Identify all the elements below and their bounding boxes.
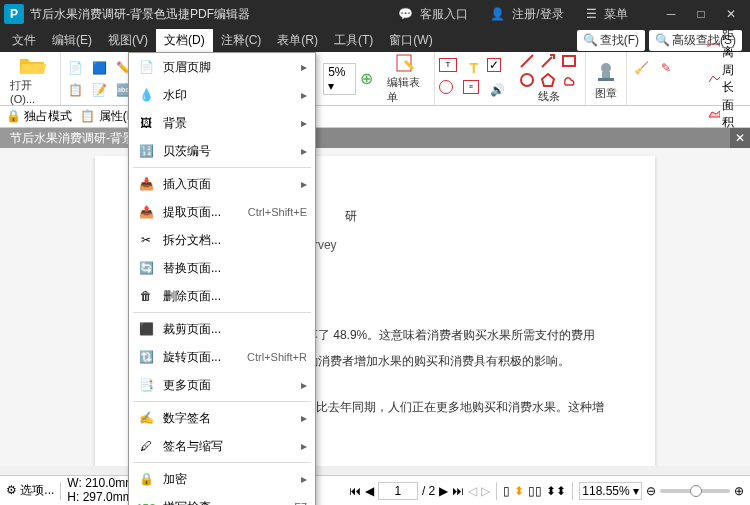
menu-item-bg[interactable]: 🖼背景▸: [129, 109, 315, 137]
area-tool[interactable]: 面积: [707, 97, 744, 131]
stamp-icon[interactable]: [592, 57, 620, 85]
menu-item-rotate[interactable]: 🔃旋转页面...Ctrl+Shift+R: [129, 343, 315, 371]
menu-item-header[interactable]: 📄页眉页脚▸: [129, 53, 315, 81]
menu-form[interactable]: 表单(R): [269, 29, 326, 52]
more-icon: 📑: [137, 376, 155, 394]
menu-label: 替换页面...: [163, 260, 307, 277]
replace-icon: 🔄: [137, 259, 155, 277]
submenu-arrow-icon: ▸: [301, 116, 307, 130]
menu-item-more[interactable]: 📑更多页面▸: [129, 371, 315, 399]
last-page-button[interactable]: ⏭: [452, 484, 464, 498]
arrow-icon[interactable]: [540, 53, 556, 69]
first-page-button[interactable]: ⏮: [349, 484, 361, 498]
submenu-arrow-icon: ▸: [301, 411, 307, 425]
folder-open-icon: [18, 54, 46, 76]
perimeter-tool[interactable]: 周长: [707, 62, 744, 96]
menu-item-extract[interactable]: 📤提取页面...Ctrl+Shift+E: [129, 198, 315, 226]
page-input[interactable]: [378, 482, 418, 500]
open-tool[interactable]: 打开(O)...: [4, 52, 61, 105]
window-title: 节后水果消费调研-背景色迅捷PDF编辑器: [30, 6, 394, 23]
list-icon[interactable]: ≡: [463, 80, 479, 94]
menu-annot[interactable]: 注释(C): [213, 29, 270, 52]
eraser-icon[interactable]: 🧹: [631, 58, 653, 78]
text-field-icon[interactable]: T: [439, 58, 457, 72]
menu-label: 页眉页脚: [163, 59, 293, 76]
minimize-button[interactable]: ─: [656, 4, 686, 24]
menu-tool[interactable]: 工具(T): [326, 29, 381, 52]
sign-icon: ✍: [137, 409, 155, 427]
menu-link[interactable]: ☰ 菜单: [582, 4, 636, 25]
zoom-dropdown[interactable]: 5% ▾: [323, 63, 356, 95]
pencil-icon[interactable]: ✎: [655, 58, 677, 78]
bg-icon: 🖼: [137, 114, 155, 132]
zoom-slider[interactable]: [660, 489, 730, 493]
two-page-icon[interactable]: ▯▯: [528, 484, 542, 498]
menu-item-insert[interactable]: 📥插入页面▸: [129, 170, 315, 198]
two-cont-icon[interactable]: ⬍⬍: [546, 484, 566, 498]
crop-icon: ⬛: [137, 320, 155, 338]
zoom-in-button[interactable]: ⊕: [734, 484, 744, 498]
zoom-select[interactable]: 118.55% ▾: [579, 482, 642, 500]
menu-edit[interactable]: 编辑(E): [44, 29, 100, 52]
menu-item-encrypt[interactable]: 🔒加密▸: [129, 465, 315, 493]
form-tools: T T ✓ ≡ 🔊: [435, 58, 513, 100]
service-link[interactable]: 💬 客服入口: [394, 4, 476, 25]
exclusive-mode[interactable]: 🔒 独占模式: [6, 108, 72, 125]
rotate-icon: 🔃: [137, 348, 155, 366]
water-icon: 💧: [137, 86, 155, 104]
radio-icon[interactable]: [439, 80, 453, 94]
menu-view[interactable]: 视图(V): [100, 29, 156, 52]
single-page-icon[interactable]: ▯: [503, 484, 510, 498]
next-page-button[interactable]: ▶: [439, 484, 448, 498]
submenu-arrow-icon: ▸: [301, 378, 307, 392]
menu-item-bates[interactable]: 🔢贝茨编号▸: [129, 137, 315, 165]
page-height: H: 297.0mm: [67, 491, 135, 504]
menu-item-split[interactable]: ✂拆分文档...: [129, 226, 315, 254]
circle-icon[interactable]: [519, 72, 535, 88]
checkbox-icon[interactable]: ✓: [487, 58, 501, 72]
line-icon[interactable]: [519, 53, 535, 69]
prev-page-button[interactable]: ◀: [365, 484, 374, 498]
menu-item-crop[interactable]: ⬛裁剪页面...: [129, 315, 315, 343]
submenu-arrow-icon: ▸: [301, 88, 307, 102]
encrypt-icon: 🔒: [137, 470, 155, 488]
submenu-arrow-icon: ▸: [301, 144, 307, 158]
delete-icon: 🗑: [137, 287, 155, 305]
text-tool-icon[interactable]: T: [463, 58, 485, 78]
distance-tool[interactable]: 距离: [707, 27, 744, 61]
menu-label: 水印: [163, 87, 293, 104]
menu-item-water[interactable]: 💧水印▸: [129, 81, 315, 109]
menu-label: 加密: [163, 471, 293, 488]
tool-icon[interactable]: 🟦: [89, 58, 111, 78]
rect-icon[interactable]: [561, 53, 577, 69]
tab-close-button[interactable]: ✕: [730, 128, 750, 148]
sound-icon[interactable]: 🔊: [487, 80, 509, 100]
menu-window[interactable]: 窗口(W): [381, 29, 440, 52]
edit-form-icon[interactable]: [393, 52, 421, 74]
menu-doc[interactable]: 文档(D): [156, 29, 213, 52]
signred-icon: 🖊: [137, 437, 155, 455]
cloud-icon[interactable]: [561, 72, 577, 88]
menu-item-sign[interactable]: ✍数字签名▸: [129, 404, 315, 432]
close-button[interactable]: ✕: [716, 4, 746, 24]
tool-icon[interactable]: 📋: [65, 80, 87, 100]
nav-fwd-button[interactable]: ▷: [481, 484, 490, 498]
options-button[interactable]: ⚙ 选项...: [6, 482, 54, 499]
continuous-icon[interactable]: ⬍: [514, 484, 524, 498]
nav-back-button[interactable]: ◁: [468, 484, 477, 498]
tool-icon[interactable]: 📄: [65, 58, 87, 78]
menu-item-spell[interactable]: ABC拼写检查F7: [129, 493, 315, 505]
menu-label: 拆分文档...: [163, 232, 307, 249]
polygon-icon[interactable]: [540, 72, 556, 88]
menu-item-delete[interactable]: 🗑删除页面...: [129, 282, 315, 310]
menu-item-signred[interactable]: 🖊签名与缩写▸: [129, 432, 315, 460]
menu-file[interactable]: 文件: [4, 29, 44, 52]
find-button[interactable]: 🔍查找(F): [577, 30, 645, 51]
menu-label: 裁剪页面...: [163, 321, 307, 338]
login-link[interactable]: 👤 注册/登录: [486, 4, 572, 25]
zoom-in-icon[interactable]: ⊕: [360, 69, 373, 88]
zoom-out-button[interactable]: ⊖: [646, 484, 656, 498]
maximize-button[interactable]: □: [686, 4, 716, 24]
menu-item-replace[interactable]: 🔄替换页面...: [129, 254, 315, 282]
tool-icon[interactable]: 📝: [89, 80, 111, 100]
